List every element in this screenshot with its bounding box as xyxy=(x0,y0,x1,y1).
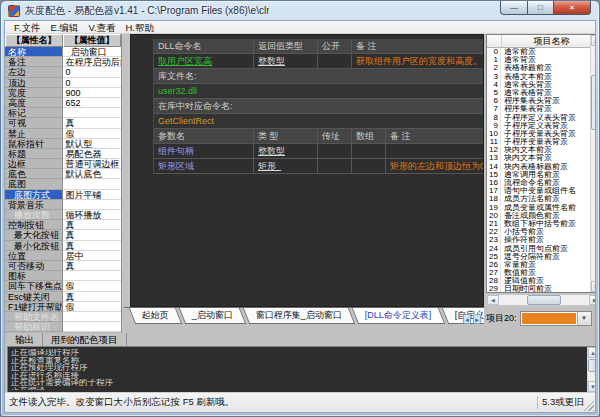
project-list-item[interactable]: 1 通常背景 xyxy=(487,56,590,64)
property-name-cell[interactable]: 回车下移焦点 xyxy=(5,281,63,291)
property-row[interactable]: 可否移动 真 xyxy=(5,261,121,271)
param-row[interactable]: 组件句柄 整数型 xyxy=(154,144,484,159)
param-array[interactable] xyxy=(352,159,386,173)
property-row[interactable]: 播放次数 循环播放 xyxy=(5,210,121,220)
property-value-cell[interactable]: 真 xyxy=(63,241,121,251)
property-name-cell[interactable]: 高度 xyxy=(5,98,63,108)
tab-scroll-right-icon[interactable]: ▸ xyxy=(473,314,481,324)
param-type[interactable]: 整数型 xyxy=(254,144,318,158)
project-list-hscrollbar[interactable]: ◀ ▶ xyxy=(486,294,595,306)
output-vscroll-thumb[interactable] xyxy=(588,359,595,372)
minimize-button[interactable]: — xyxy=(500,1,527,15)
output-tab[interactable]: 输出 xyxy=(7,333,43,346)
param-comment[interactable] xyxy=(386,144,484,158)
property-name-cell[interactable]: 鼠标指针 xyxy=(5,139,63,149)
property-row[interactable]: 控制按钮 真 xyxy=(5,220,121,230)
editor-tab[interactable]: _启动窗口 xyxy=(179,308,246,324)
property-name-cell[interactable]: Esc键关闭 xyxy=(5,292,63,302)
property-name-cell[interactable]: 播放次数 xyxy=(5,210,63,220)
property-name-cell[interactable]: 标题 xyxy=(5,149,63,159)
property-row[interactable]: 最大化按钮 真 xyxy=(5,230,121,240)
api-name-value-row[interactable]: GetClientRect xyxy=(154,114,484,129)
property-row[interactable]: 备注 在程序启动后自 xyxy=(5,57,121,67)
param-name[interactable]: 矩形区域 xyxy=(154,159,254,173)
project-list-item[interactable]: 3 表格文本前景 xyxy=(487,73,590,81)
property-name-cell[interactable]: 帮助文件名 xyxy=(5,312,63,322)
property-row[interactable]: 底图 xyxy=(5,179,121,189)
dll-command-comment[interactable]: 获取组件用户区的宽度和高度。返回0表示失败，否则表示成功。 xyxy=(352,54,484,68)
property-value-cell[interactable]: 图片平铺 xyxy=(63,190,121,200)
property-row[interactable]: 底色 默认底色 xyxy=(5,169,121,179)
property-value-cell[interactable]: _启动窗口 xyxy=(63,47,121,57)
param-byref[interactable] xyxy=(318,159,352,173)
property-name-cell[interactable]: 左边 xyxy=(5,67,63,77)
property-row[interactable]: 左边 0 xyxy=(5,67,121,77)
property-name-cell[interactable]: 底色 xyxy=(5,169,63,179)
dll-command-name[interactable]: 取用户区宽高 xyxy=(154,54,254,68)
property-name-cell[interactable]: F1键打开帮助 xyxy=(5,302,63,312)
property-value-cell[interactable] xyxy=(63,322,121,332)
scroll-up-icon[interactable]: ▲ xyxy=(591,35,595,46)
project-list-item[interactable]: 21 数组下标中括号前景 xyxy=(487,220,590,228)
project-list-item[interactable]: 7 程序集表背景 xyxy=(487,105,590,113)
project-list-item[interactable]: 6 程序集表头背景 xyxy=(487,97,590,105)
close-button[interactable]: × xyxy=(553,1,591,15)
property-name-cell[interactable]: 备注 xyxy=(5,57,63,67)
project-list-item[interactable]: 0 通常前景 xyxy=(487,48,590,56)
property-name-cell[interactable]: 宽度 xyxy=(5,88,63,98)
project-list-item[interactable]: 10 子程序变量表头背景 xyxy=(487,130,590,138)
hscroll-track[interactable] xyxy=(499,295,589,305)
property-name-cell[interactable]: 名称 xyxy=(5,47,63,57)
dll-return-type[interactable]: 整数型 xyxy=(254,54,318,68)
dll-command-row[interactable]: 取用户区宽高 整数型 获取组件用户区的宽度和高度。返回0表示失败，否则表示成功。 xyxy=(154,54,484,69)
property-value-cell[interactable]: 假 xyxy=(63,302,121,312)
project-list-item[interactable]: 17 语句中变量或组件名 xyxy=(487,187,590,195)
tab-scroll-left-icon[interactable]: ◂ xyxy=(463,314,471,324)
param-name[interactable]: 组件句柄 xyxy=(154,144,254,158)
property-row[interactable]: 帮助文件名 xyxy=(5,312,121,322)
property-name-cell[interactable]: 禁止 xyxy=(5,129,63,139)
menu-item[interactable]: H.帮助 xyxy=(120,21,159,34)
param-comment[interactable]: 矩形的左边和顶边恒为0。 xyxy=(386,159,484,173)
property-name-cell[interactable]: 标记 xyxy=(5,108,63,118)
property-row[interactable]: 最小化按钮 真 xyxy=(5,241,121,251)
property-value-header[interactable]: 【属性值】 xyxy=(63,34,121,47)
property-value-cell[interactable]: 易配色器 xyxy=(63,149,121,159)
property-row[interactable]: 标题 易配色器 xyxy=(5,149,121,159)
property-name-cell[interactable]: 最大化按钮 xyxy=(5,230,63,240)
property-row[interactable]: 回车下移焦点 假 xyxy=(5,281,121,291)
project-list-item[interactable]: 18 成员方法名前景 xyxy=(487,195,590,203)
menu-item[interactable]: V.查看 xyxy=(83,21,120,34)
property-row[interactable]: 底图方式 图片平铺 xyxy=(5,190,121,200)
scroll-up-icon[interactable]: ▲ xyxy=(588,347,595,358)
property-row[interactable]: 鼠标指针 默认型 xyxy=(5,139,121,149)
property-value-cell[interactable] xyxy=(63,312,121,322)
property-name-cell[interactable]: 控制按钮 xyxy=(5,220,63,230)
property-name-cell[interactable]: 底图方式 xyxy=(5,190,63,200)
property-value-cell[interactable]: 真 xyxy=(63,220,121,230)
property-row[interactable]: 标记 xyxy=(5,108,121,118)
project-list-vscrollbar[interactable]: ▲ ≡ ▼ xyxy=(590,35,595,292)
menu-item[interactable]: F.文件 xyxy=(9,21,45,34)
property-row[interactable]: 可视 真 xyxy=(5,118,121,128)
property-row[interactable]: 图标 xyxy=(5,271,121,281)
property-name-cell[interactable]: 位置 xyxy=(5,251,63,261)
property-value-cell[interactable] xyxy=(63,271,121,281)
project-list-item[interactable]: 16 流程命令名前景 xyxy=(487,179,590,187)
api-name-value[interactable]: GetClientRect xyxy=(154,114,484,128)
output-log[interactable]: 正在编译现行程序 正在检查重复名称 正在预处理现行程序 正在进行名称连接 正在统… xyxy=(7,346,595,392)
property-name-cell[interactable]: 顶边 xyxy=(5,78,63,88)
project-list-item[interactable]: 13 块内文本背景 xyxy=(487,154,590,162)
param-byref[interactable] xyxy=(318,144,352,158)
maximize-button[interactable]: □ xyxy=(527,1,553,15)
property-name-cell[interactable]: 最小化按钮 xyxy=(5,241,63,251)
property-name-cell[interactable]: 边框 xyxy=(5,159,63,169)
property-value-cell[interactable]: 默认底色 xyxy=(63,169,121,179)
property-value-cell[interactable]: 900 xyxy=(63,88,121,98)
property-name-cell[interactable]: 帮助标识 xyxy=(5,322,63,332)
scroll-down-icon[interactable]: ▼ xyxy=(591,281,595,292)
project-list-item[interactable]: 8 子程序定义表头背景 xyxy=(487,114,590,122)
project-list-item[interactable]: 29 日期时间前景 xyxy=(487,285,590,292)
project-list-item[interactable]: 19 成员变量或属性名前 xyxy=(487,204,590,212)
property-row[interactable]: 位置 居中 xyxy=(5,251,121,261)
